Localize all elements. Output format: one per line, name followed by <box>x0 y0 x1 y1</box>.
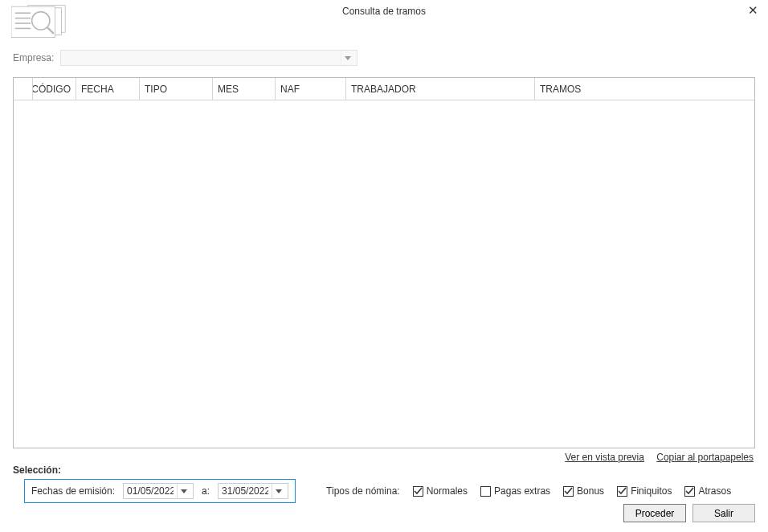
results-grid: CÓDIGO FECHA TIPO MES NAF TRABAJADOR TRA… <box>13 77 755 448</box>
buttons-row: Proceder Salir <box>623 504 755 522</box>
selection-title: Selección: <box>13 464 755 476</box>
copy-clipboard-link[interactable]: Copiar al portapapeles <box>656 452 754 463</box>
col-codigo[interactable]: CÓDIGO <box>33 78 76 100</box>
chk-bonus[interactable]: Bonus <box>563 485 604 497</box>
svg-rect-2 <box>11 6 55 37</box>
chk-finiquitos[interactable]: Finiquitos <box>617 485 672 497</box>
checkbox-icon <box>413 486 423 497</box>
chevron-down-icon[interactable] <box>341 51 353 65</box>
titlebar: Consulta de tramos ✕ <box>0 0 768 23</box>
proceed-button[interactable]: Proceder <box>623 504 686 522</box>
col-tipo[interactable]: TIPO <box>140 78 213 100</box>
col-rowheader <box>14 78 33 100</box>
header-icon <box>11 3 84 45</box>
chk-atrasos-label: Atrasos <box>698 485 731 497</box>
col-tramos[interactable]: TRAMOS <box>535 78 754 100</box>
filters-row: Fechas de emisión: a: Tipos de nómina: N… <box>13 479 755 503</box>
col-trabajador[interactable]: TRABAJADOR <box>346 78 535 100</box>
window-title: Consulta de tramos <box>342 6 426 17</box>
date-group: Fechas de emisión: a: <box>24 479 296 503</box>
fechas-emision-label: Fechas de emisión: <box>31 485 115 497</box>
chk-pagas-extras[interactable]: Pagas extras <box>480 485 550 497</box>
exit-button[interactable]: Salir <box>692 504 755 522</box>
chevron-down-icon[interactable] <box>272 484 284 498</box>
date-from-combo[interactable] <box>123 483 194 499</box>
checkbox-icon <box>563 486 574 497</box>
empresa-combo[interactable] <box>60 50 357 66</box>
tipos-nomina-label: Tipos de nómina: <box>326 485 400 497</box>
col-naf[interactable]: NAF <box>276 78 346 100</box>
checkbox-icon <box>684 486 695 497</box>
checkbox-icon <box>480 486 491 497</box>
empresa-row: Empresa: <box>13 50 755 66</box>
grid-header: CÓDIGO FECHA TIPO MES NAF TRABAJADOR TRA… <box>14 78 754 100</box>
preview-link[interactable]: Ver en vista previa <box>565 452 644 463</box>
date-to-combo[interactable] <box>218 483 288 499</box>
date-from-input[interactable] <box>124 484 177 498</box>
empresa-label: Empresa: <box>13 52 54 63</box>
links-row: Ver en vista previa Copiar al portapapel… <box>13 452 755 463</box>
chk-normales-label: Normales <box>427 485 468 497</box>
col-mes[interactable]: MES <box>213 78 276 100</box>
chk-finiquitos-label: Finiquitos <box>631 485 672 497</box>
col-fecha[interactable]: FECHA <box>76 78 140 100</box>
payroll-types: Tipos de nómina: Normales Pagas extras B… <box>326 485 731 497</box>
chk-normales[interactable]: Normales <box>413 485 468 497</box>
checkbox-icon <box>617 486 627 497</box>
grid-body <box>14 100 754 448</box>
date-to-input[interactable] <box>219 484 272 498</box>
chevron-down-icon[interactable] <box>177 484 190 498</box>
empresa-input <box>61 51 341 65</box>
chk-bonus-label: Bonus <box>577 485 604 497</box>
chk-pagas-label: Pagas extras <box>494 485 550 497</box>
chk-atrasos[interactable]: Atrasos <box>684 485 731 497</box>
date-to-label: a: <box>202 485 210 497</box>
close-icon[interactable]: ✕ <box>748 3 758 18</box>
